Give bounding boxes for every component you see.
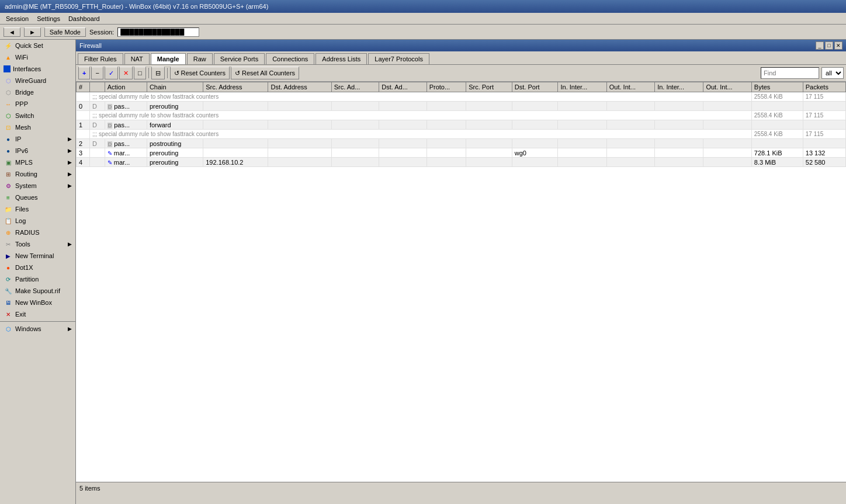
tab-service-ports[interactable]: Service Ports	[214, 53, 265, 64]
cell-src-port	[466, 148, 512, 158]
log-icon: 📋	[4, 216, 13, 225]
sidebar-item-log[interactable]: 📋 Log	[0, 215, 75, 227]
tab-address-lists[interactable]: Address Lists	[315, 53, 367, 64]
status-text: 5 items	[79, 485, 100, 492]
sidebar-item-new-winbox[interactable]: 🖥 New WinBox	[0, 297, 75, 308]
cell-src-port	[466, 120, 512, 130]
sidebar-item-exit[interactable]: ✕ Exit	[0, 308, 75, 320]
col-dst-port: Dst. Port	[512, 82, 558, 92]
cell-in-inter1	[558, 139, 606, 148]
tab-mangle[interactable]: Mangle	[151, 53, 186, 64]
reset-all-counters-button[interactable]: ↺ Reset All Counters	[231, 67, 299, 79]
cell-out-int2	[703, 158, 751, 167]
col-flag	[89, 82, 105, 92]
tab-filter-rules[interactable]: Filter Rules	[78, 53, 123, 64]
cell-num	[77, 130, 90, 139]
menu-dashboard[interactable]: Dashboard	[65, 15, 103, 23]
sidebar-item-system[interactable]: ⚙ System ▶	[0, 180, 75, 192]
tab-nat[interactable]: NAT	[124, 53, 150, 64]
sidebar-item-mesh[interactable]: ⊡ Mesh	[0, 121, 75, 133]
cell-bytes: 8.3 MiB	[751, 158, 803, 167]
sidebar-item-new-terminal[interactable]: ▶ New Terminal	[0, 250, 75, 262]
sidebar-item-ip[interactable]: ● IP ▶	[0, 133, 75, 145]
find-input[interactable]	[761, 67, 819, 79]
table-row[interactable]: ;;; special dummy rule to show fasttrack…	[77, 130, 846, 139]
cell-action: ✎ mar...	[105, 148, 147, 158]
table-row[interactable]: ;;; special dummy rule to show fasttrack…	[77, 92, 846, 102]
back-button[interactable]: ◄	[4, 27, 20, 37]
mesh-icon: ⊡	[4, 123, 13, 132]
filter-button[interactable]: ⊟	[151, 67, 165, 79]
tab-layer7-protocols[interactable]: Layer7 Protocols	[368, 53, 429, 64]
col-out-int1: Out. Int...	[606, 82, 654, 92]
maximize-button[interactable]: □	[825, 41, 833, 50]
sidebar-item-files[interactable]: 📁 Files	[0, 203, 75, 215]
reset-counters-button[interactable]: ↺ Reset Counters	[170, 67, 230, 79]
sidebar-item-interfaces[interactable]: Interfaces	[0, 63, 75, 75]
sidebar-label-dot1x: Dot1X	[15, 264, 33, 271]
sidebar-item-tools[interactable]: ✂ Tools ▶	[0, 238, 75, 250]
sidebar-item-switch[interactable]: ⬡ Switch	[0, 110, 75, 121]
cell-dst-ad	[379, 158, 427, 167]
ipv6-arrow: ▶	[68, 148, 72, 154]
cell-flag	[89, 148, 105, 158]
cell-dst-port: wg0	[512, 148, 558, 158]
session-input[interactable]	[117, 27, 199, 37]
cell-in-inter2	[655, 139, 703, 148]
disable-button[interactable]: ✕	[119, 67, 133, 79]
remove-button[interactable]: −	[91, 67, 103, 79]
cell-action: D pas...	[105, 102, 147, 111]
enable-button[interactable]: ✓	[105, 67, 118, 79]
sidebar-label-make-supout: Make Supout.rif	[15, 287, 60, 294]
sidebar-item-wireguard[interactable]: ⬡ WireGuard	[0, 75, 75, 86]
tab-raw[interactable]: Raw	[187, 53, 213, 64]
minimize-button[interactable]: _	[816, 41, 824, 50]
tab-connections[interactable]: Connections	[266, 53, 314, 64]
sidebar-item-routing[interactable]: ⊞ Routing ▶	[0, 168, 75, 180]
cell-bytes: 2558.4 KiB	[751, 92, 803, 102]
close-button[interactable]: ✕	[834, 41, 842, 50]
cell-flag: D	[89, 102, 105, 111]
cell-dst-addr	[268, 120, 331, 130]
cell-dst-addr	[268, 158, 331, 167]
sidebar-item-mpls[interactable]: ▣ MPLS ▶	[0, 157, 75, 168]
sidebar-item-ppp[interactable]: ↔ PPP	[0, 98, 75, 110]
sidebar-item-windows[interactable]: ⬡ Windows ▶	[0, 323, 75, 335]
table-row[interactable]: 4 ✎ mar... prerouting 192.168.10.2 8.3 M…	[77, 158, 846, 167]
cell-in-inter1	[558, 158, 606, 167]
cell-dst-ad	[379, 102, 427, 111]
safe-mode-button[interactable]: Safe Mode	[44, 27, 86, 37]
sidebar-item-quick-set[interactable]: ⚡ Quick Set	[0, 40, 75, 51]
sidebar-item-wifi[interactable]: ▲ WiFi	[0, 51, 75, 63]
table-header-row: # Action Chain Src. Address Dst. Address…	[77, 82, 846, 92]
session-label: Session:	[89, 29, 114, 36]
sidebar-item-make-supout[interactable]: 🔧 Make Supout.rif	[0, 285, 75, 297]
sidebar-item-queues[interactable]: ≡ Queues	[0, 192, 75, 203]
sidebar-label-new-winbox: New WinBox	[15, 299, 52, 306]
menu-session[interactable]: Session	[2, 15, 32, 23]
sidebar-item-ipv6[interactable]: ● IPv6 ▶	[0, 145, 75, 157]
table-row[interactable]: 2 D D pas... postrouting	[77, 139, 846, 148]
forward-button[interactable]: ►	[24, 27, 41, 37]
menu-settings[interactable]: Settings	[33, 15, 64, 23]
sidebar-item-radius[interactable]: ⊕ RADIUS	[0, 227, 75, 238]
copy-button[interactable]: □	[134, 67, 146, 79]
cell-packets: 17 115	[803, 130, 845, 139]
sidebar-item-partition[interactable]: ⟳ Partition	[0, 273, 75, 285]
dot1x-icon: ●	[4, 263, 13, 272]
table-row[interactable]: 0 D D pas... prerouting	[77, 102, 846, 111]
find-select[interactable]: all	[821, 67, 844, 79]
table-container[interactable]: # Action Chain Src. Address Dst. Address…	[76, 82, 846, 482]
toolbar-separator2	[167, 68, 168, 78]
table-row[interactable]: 1 D D pas... forward	[77, 120, 846, 130]
table-row[interactable]: ;;; special dummy rule to show fasttrack…	[77, 111, 846, 120]
cell-proto	[427, 148, 466, 158]
add-button[interactable]: +	[78, 67, 90, 79]
cell-num: 0	[77, 102, 90, 111]
cell-src-addr	[203, 148, 268, 158]
copy-icon: □	[138, 69, 142, 77]
sidebar-item-bridge[interactable]: ⬡ Bridge	[0, 86, 75, 98]
cell-in-inter2	[655, 158, 703, 167]
table-row[interactable]: 3 ✎ mar... prerouting wg0 728.1 KiB 13 1…	[77, 148, 846, 158]
sidebar-item-dot1x[interactable]: ● Dot1X	[0, 262, 75, 273]
